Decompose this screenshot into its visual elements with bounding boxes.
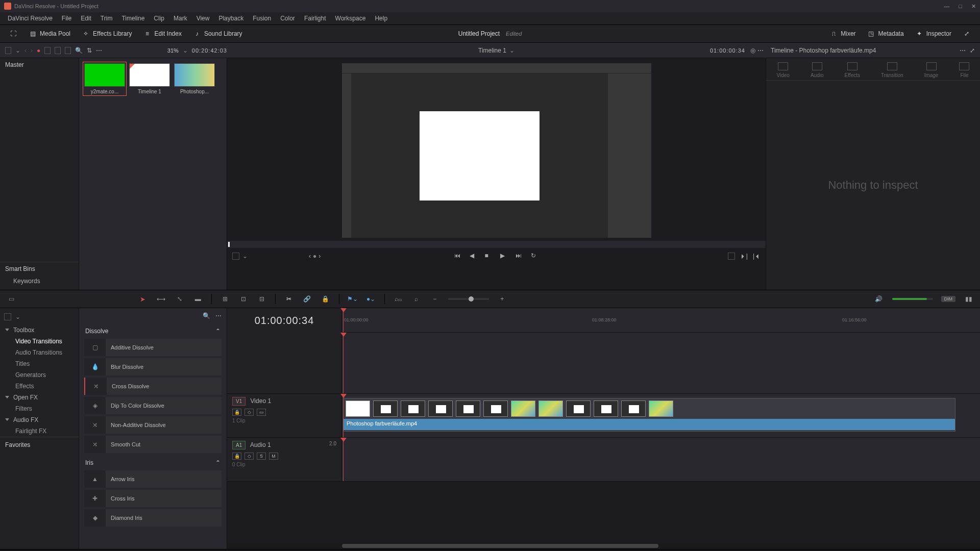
- video-clip[interactable]: Photoshop farbverläufe.mp4: [343, 398, 955, 432]
- volume-slider[interactable]: [892, 298, 933, 300]
- auto-select-button[interactable]: ◇: [244, 453, 254, 460]
- play-button[interactable]: ▶: [500, 252, 508, 260]
- inspector-tab-file[interactable]: File: [959, 62, 969, 78]
- effect-item[interactable]: ◆Diamond Iris: [84, 509, 222, 527]
- timeline-timecode[interactable]: 01:00:00:34: [227, 308, 342, 333]
- menu-help[interactable]: Help: [370, 15, 392, 22]
- prev-edit-button[interactable]: ‹: [309, 253, 311, 260]
- insert-button[interactable]: ⊞: [220, 295, 230, 303]
- iris-group-header[interactable]: Iris⌃: [79, 455, 227, 468]
- effect-item[interactable]: ⤨Smooth Cut: [84, 436, 222, 453]
- timeline-ruler[interactable]: 01:00:00:00 01:08:28:00 01:16:56:00: [342, 308, 980, 333]
- inspector-tab-effects[interactable]: Effects: [845, 62, 860, 78]
- effect-item[interactable]: ◈Dip To Color Dissolve: [84, 397, 222, 414]
- list-view-button[interactable]: [65, 47, 71, 54]
- zoom-slider[interactable]: [448, 298, 489, 300]
- timeline-view-options-button[interactable]: ▭: [6, 295, 16, 303]
- fullscreen-button[interactable]: ⛶: [5, 28, 21, 40]
- selection-tool-button[interactable]: ➤: [138, 295, 148, 303]
- inspector-tab-audio[interactable]: Audio: [811, 62, 824, 78]
- flag-button[interactable]: ⚑⌄: [348, 295, 358, 303]
- effects-item[interactable]: Effects: [0, 381, 79, 392]
- close-button[interactable]: ✕: [971, 3, 976, 10]
- menu-trim[interactable]: Trim: [96, 15, 117, 22]
- grid-view-button[interactable]: [55, 47, 61, 54]
- expand-button[interactable]: ⤢: [959, 28, 975, 40]
- fairlightfx-item[interactable]: Fairlight FX: [0, 425, 79, 437]
- menu-view[interactable]: View: [192, 15, 214, 22]
- next-edit-button[interactable]: ›: [318, 253, 321, 260]
- dim-button[interactable]: DIM: [941, 296, 956, 302]
- menu-fusion[interactable]: Fusion: [248, 15, 276, 22]
- go-to-end-button[interactable]: ⏭: [516, 252, 524, 260]
- search-icon[interactable]: 🔍: [203, 312, 210, 319]
- effects-library-button[interactable]: ✧Effects Library: [78, 28, 136, 40]
- blade-tool-button[interactable]: ▬: [193, 295, 203, 303]
- media-pool-button[interactable]: ▤Media Pool: [24, 28, 75, 40]
- options-icon[interactable]: ⋯: [757, 47, 764, 54]
- audio-track-header[interactable]: A1 Audio 1 2.0 🔒 ◇ S M 0 Clip: [227, 438, 342, 482]
- menu-file[interactable]: File: [57, 15, 76, 22]
- viewer-canvas[interactable]: [342, 63, 651, 238]
- inspector-button[interactable]: ✦Inspector: [911, 28, 955, 40]
- menu-workspace[interactable]: Workspace: [331, 15, 371, 22]
- options-icon[interactable]: ⋯: [960, 47, 966, 54]
- mute-button[interactable]: M: [269, 453, 278, 460]
- effect-item[interactable]: 💧Blur Dissolve: [84, 358, 222, 375]
- panel-layout-button[interactable]: [5, 47, 11, 54]
- video-track-header[interactable]: V1 Video 1 🔒 ◇ ▭ 1 Clip: [227, 394, 342, 438]
- menu-timeline[interactable]: Timeline: [117, 15, 149, 22]
- effect-item[interactable]: ▢Additive Dissolve: [84, 339, 222, 356]
- maximize-button[interactable]: □: [959, 3, 962, 10]
- expand-icon[interactable]: ⤢: [970, 47, 975, 54]
- inspector-tab-transition[interactable]: Transition: [881, 62, 903, 78]
- inspector-tab-image[interactable]: Image: [924, 62, 939, 78]
- effect-item[interactable]: ⤨Non-Additive Dissolve: [84, 416, 222, 434]
- mixer-button[interactable]: ⎍Mixer: [825, 28, 860, 40]
- marker-button[interactable]: ●⌄: [366, 295, 376, 303]
- next-clip-button[interactable]: ⏵|: [740, 253, 748, 260]
- minimize-button[interactable]: —: [944, 3, 949, 10]
- menu-clip[interactable]: Clip: [149, 15, 169, 22]
- thumb-view-button[interactable]: [44, 47, 51, 54]
- menu-mark[interactable]: Mark: [169, 15, 192, 22]
- playhead[interactable]: [343, 308, 344, 332]
- nav-back-button[interactable]: ‹: [24, 47, 27, 54]
- nav-fwd-button[interactable]: ›: [31, 47, 33, 54]
- audio-transitions-item[interactable]: Audio Transitions: [0, 347, 79, 358]
- disable-video-button[interactable]: ▭: [257, 409, 266, 416]
- zoom-in-button[interactable]: +: [497, 295, 507, 303]
- viewer-scrubber[interactable]: [227, 241, 766, 248]
- sound-library-button[interactable]: ♪Sound Library: [189, 28, 247, 40]
- video-transitions-item[interactable]: Video Transitions: [0, 336, 79, 347]
- dynamic-trim-button[interactable]: ⤡: [175, 295, 185, 303]
- lock-icon[interactable]: 🔒: [232, 453, 241, 460]
- options-icon[interactable]: ⋯: [215, 312, 222, 319]
- sort-icon[interactable]: ⇅: [87, 47, 92, 54]
- video-track[interactable]: Photoshop farbverläufe.mp4: [342, 394, 980, 438]
- auto-select-button[interactable]: ◇: [244, 409, 254, 416]
- effect-item[interactable]: ▲Arrow Iris: [84, 470, 222, 488]
- toolbox-header[interactable]: Toolbox: [0, 324, 79, 336]
- clip-thumb[interactable]: Photoshop...: [174, 63, 215, 94]
- titles-item[interactable]: Titles: [0, 358, 79, 369]
- meters-icon[interactable]: ▮▮: [964, 295, 974, 303]
- filters-item[interactable]: Filters: [0, 403, 79, 414]
- trim-tool-button[interactable]: ⟷: [156, 295, 166, 303]
- search-icon[interactable]: 🔍: [75, 47, 83, 54]
- edit-index-button[interactable]: ≡Edit Index: [139, 28, 186, 40]
- zoom-out-button[interactable]: −: [430, 295, 440, 303]
- panel-layout-button[interactable]: [4, 313, 11, 320]
- menu-fairlight[interactable]: Fairlight: [300, 15, 331, 22]
- zoom-percent[interactable]: 31%: [167, 47, 179, 54]
- volume-icon[interactable]: 🔊: [874, 295, 884, 303]
- chevron-down-icon[interactable]: ⌄: [509, 47, 514, 54]
- timeline-scrollbar[interactable]: [227, 543, 980, 549]
- timeline-name[interactable]: Timeline 1: [478, 47, 506, 54]
- menu-color[interactable]: Color: [276, 15, 300, 22]
- menu-playback[interactable]: Playback: [214, 15, 248, 22]
- step-back-button[interactable]: ◀: [470, 252, 478, 260]
- loop-button[interactable]: ↻: [531, 252, 539, 260]
- openfx-header[interactable]: Open FX: [0, 392, 79, 403]
- track-badge[interactable]: V1: [232, 397, 246, 406]
